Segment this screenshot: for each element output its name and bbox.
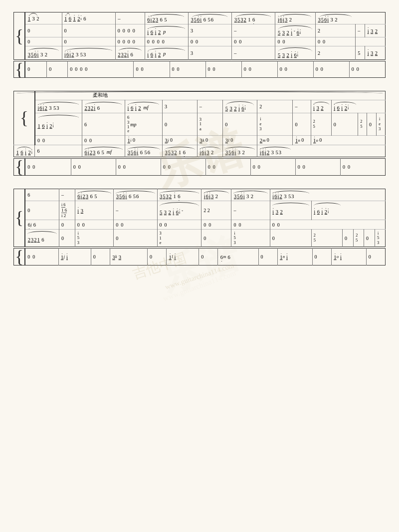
- s2m2-6h: 6: [201, 150, 204, 155]
- s2m2-1: 1: [16, 150, 19, 155]
- s3-h5: 5 3 2 i 6i ˇ: [157, 201, 201, 220]
- s2h-6: 6: [42, 123, 44, 129]
- slur-s2m2-3: [84, 147, 123, 150]
- s2n-i6: i: [313, 105, 315, 111]
- b3b-1d: 1: [334, 255, 336, 260]
- note-3-5: 3: [285, 17, 287, 22]
- b3b-ib: i: [175, 255, 176, 260]
- s3n-3c: 3: [160, 194, 162, 199]
- m2-3d: 3: [83, 52, 86, 57]
- b3b-k: k: [115, 255, 117, 259]
- s3h-2b: 2: [280, 209, 283, 215]
- h-cell-2: 0: [62, 24, 115, 37]
- s3-b6: 0 0: [201, 220, 231, 230]
- m2-ib: i: [127, 52, 129, 57]
- note-i3: 1: [73, 16, 76, 21]
- s3stk-2d: 2: [356, 234, 358, 238]
- s3stk-5: 2 5: [356, 234, 358, 243]
- h-2: 2: [158, 29, 161, 35]
- slur-h4: [148, 26, 185, 29]
- s2n-i2: i: [43, 105, 44, 111]
- note-6-9: 6: [324, 17, 327, 22]
- b3b-7: 0: [199, 249, 218, 265]
- s2m2-i5: i: [204, 150, 206, 155]
- s3n-2e: 2: [279, 194, 282, 199]
- h-cell-5: 3: [189, 24, 232, 37]
- s3stk-3c: 3: [233, 241, 235, 245]
- s2n-3d: 3: [229, 106, 232, 111]
- s2-h9: 2 5: [311, 113, 331, 136]
- s2n-2g: 2: [345, 105, 347, 111]
- s3stk-ib: i: [234, 232, 235, 236]
- s3stk-3: i 5 3: [233, 232, 235, 245]
- m2-6: 6: [34, 52, 36, 57]
- s3n-5d: 5: [163, 194, 165, 199]
- s2n-6e: 6: [337, 105, 340, 111]
- b3b-n: n: [283, 255, 285, 259]
- s2n-ie: i: [245, 106, 246, 111]
- s3n-6c: 6: [122, 194, 125, 199]
- ornament: ˇ: [294, 30, 295, 35]
- page-content: { 1 3 2 1 6 1 2ı 6: [7, 5, 392, 271]
- bass-1: 0: [25, 61, 47, 77]
- s2m2-6g: 6: [183, 150, 186, 155]
- note-5-2: 5: [194, 17, 197, 22]
- stacked-note-2: 3 1 a: [200, 117, 201, 131]
- dynamic-p2: p: [163, 51, 166, 56]
- s2n-2d: 2: [138, 105, 141, 111]
- s3stk-i: i: [78, 232, 79, 236]
- slur-s3-5: [160, 191, 200, 194]
- note-3-2: 3: [191, 17, 194, 22]
- slur-m4-3: [119, 48, 142, 51]
- note-i7: i: [278, 17, 279, 22]
- b-cell-5: 0 0: [189, 37, 232, 46]
- bass-9: 0 0: [313, 61, 349, 77]
- note-6-7: 6: [252, 17, 255, 22]
- s3stk-1: i 5 3: [77, 232, 79, 245]
- b2-6: 0 0: [250, 159, 295, 175]
- s2-h7: i e 3: [257, 113, 293, 136]
- score-section-2: { 柔和地 i6i2 3 53 232i 6: [13, 91, 386, 157]
- s3h-i6: i: [321, 209, 323, 215]
- m2-i3: i: [69, 52, 71, 57]
- s3n-ib: i: [126, 194, 127, 199]
- h-cell-1: 0: [25, 24, 62, 37]
- bass-row-3: { 0 0 1j i 0 3k 3 0 1l i 0 6m: [14, 249, 386, 265]
- s2m2-2b: 2: [90, 150, 92, 155]
- m2-cell-7: 5 3 2 i 6i: [275, 46, 315, 59]
- s2-m1-3: i 6 i 2 mf: [125, 100, 163, 113]
- slur-arc-4: [279, 14, 311, 17]
- s3m2-1: 1: [37, 237, 40, 243]
- stacked-note-1: 6 3 1 e: [127, 115, 129, 134]
- s2-h10: 0: [331, 113, 358, 136]
- h-cell-4: i 6 i 2 p: [145, 24, 188, 37]
- s2-b6: 3l 0: [223, 136, 257, 145]
- b-cell-3: 0 0 0 0: [115, 37, 145, 46]
- s2m2-6: 6: [20, 150, 23, 155]
- s3-m1-8: i6i2 3 53: [270, 189, 311, 201]
- s3n-5c: 5: [133, 194, 136, 199]
- note-6b: 6: [83, 16, 86, 21]
- dyn-mp: mp: [130, 122, 136, 127]
- dynamic-mf: mf: [143, 105, 148, 110]
- m2-cell-10: i 3 2: [365, 46, 386, 59]
- s3-b8: 0 0: [270, 220, 311, 230]
- b3b-j: j: [64, 255, 65, 259]
- s2m2-6i: 6: [231, 150, 234, 155]
- s3n-i3: i: [209, 194, 210, 199]
- b9-o: o: [316, 138, 318, 143]
- b5-k: k: [202, 138, 204, 143]
- slur-s2m2-7: [225, 147, 255, 150]
- s3h-i3: i: [77, 208, 79, 214]
- s3m2-3: 3: [31, 237, 33, 243]
- s2m2-3e: 3: [206, 150, 209, 155]
- h-cell-9: –: [356, 24, 365, 37]
- s2-m2-1: 1 6 i 2i: [14, 145, 35, 157]
- s2m2-6e: 6: [140, 150, 143, 155]
- s2m2-3f: 3: [225, 150, 228, 155]
- brace-3b: {: [14, 249, 25, 265]
- m2-cell-4: i 6 i 2 p: [145, 46, 188, 59]
- s3-m2-7: i 5 3: [231, 230, 270, 247]
- note-2: 2: [36, 16, 39, 21]
- s3n-5b: 5: [119, 194, 122, 199]
